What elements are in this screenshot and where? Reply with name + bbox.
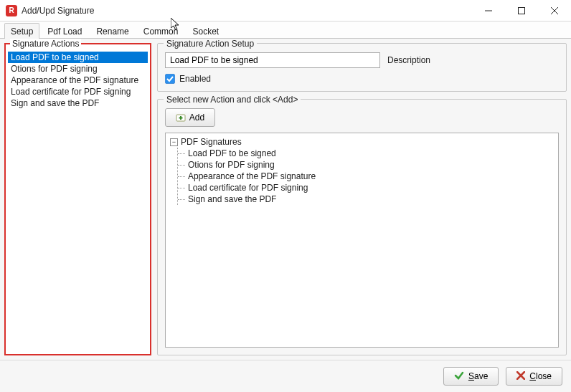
- tree-collapse-icon[interactable]: −: [170, 138, 178, 146]
- svg-rect-0: [519, 7, 525, 14]
- tab-pdf-load[interactable]: Pdf Load: [41, 23, 88, 39]
- signature-actions-list[interactable]: Load PDF to be signed Otions for PDF sig…: [8, 52, 148, 109]
- tab-label: Setup: [11, 27, 33, 37]
- tab-socket[interactable]: Socket: [186, 23, 225, 39]
- add-button-label: Add: [189, 113, 204, 123]
- tree-children: Load PDF to be signed Otions for PDF sig…: [177, 148, 554, 205]
- maximize-button[interactable]: [505, 0, 538, 21]
- tree-item-label: Appearance of the PDF signature: [188, 171, 316, 181]
- tab-label: Socket: [192, 27, 219, 37]
- tab-label: Rename: [96, 27, 128, 37]
- tab-rename[interactable]: Rename: [90, 23, 135, 39]
- tab-setup[interactable]: Setup: [4, 23, 39, 39]
- list-item[interactable]: Appearance of the PDF signature: [8, 75, 148, 86]
- tab-label: Common: [143, 27, 179, 37]
- window-title: Add/Upd Signature: [22, 6, 94, 16]
- tree-connector-icon: [178, 183, 188, 193]
- signature-actions-panel: Signature Actions Load PDF to be signed …: [4, 43, 151, 355]
- list-item[interactable]: Sign and save the PDF: [8, 97, 148, 109]
- close-window-button[interactable]: [538, 0, 571, 21]
- close-button-label: Close: [529, 371, 552, 381]
- group-label: Select new Action and click <Add>: [164, 95, 301, 105]
- tab-strip: Setup Pdf Load Rename Common Socket: [0, 21, 571, 39]
- tree-item-label: Otions for PDF signing: [188, 160, 275, 170]
- tree-item[interactable]: Load PDF to be signed: [178, 148, 554, 159]
- signature-action-setup-group: Signature Action Setup Description Enabl…: [157, 43, 567, 92]
- save-button[interactable]: Save: [443, 367, 499, 386]
- tree-item-label: Sign and save the PDF: [188, 194, 276, 204]
- minimize-button[interactable]: [472, 0, 505, 21]
- tree-item[interactable]: Appearance of the PDF signature: [178, 171, 554, 182]
- tree-root-label: PDF Signatures: [181, 137, 242, 147]
- group-label: Signature Action Setup: [164, 39, 257, 49]
- tree-item[interactable]: Otions for PDF signing: [178, 159, 554, 171]
- add-button[interactable]: Add: [165, 108, 215, 127]
- add-plus-icon: [176, 113, 186, 123]
- tree-connector-icon: [178, 148, 188, 158]
- tree-connector-icon: [178, 160, 188, 170]
- checkbox-checked-icon[interactable]: [165, 74, 175, 84]
- action-name-input[interactable]: [165, 52, 380, 68]
- enabled-checkbox-row[interactable]: Enabled: [165, 74, 559, 84]
- tree-connector-icon: [178, 194, 188, 204]
- check-icon: [454, 371, 464, 383]
- save-button-label: Save: [468, 371, 488, 381]
- close-button[interactable]: Close: [506, 367, 562, 386]
- tree-item[interactable]: Sign and save the PDF: [178, 193, 554, 205]
- right-panel: Signature Action Setup Description Enabl…: [157, 43, 567, 355]
- list-item[interactable]: Load certificate for PDF signing: [8, 86, 148, 97]
- signature-actions-title: Signature Actions: [10, 39, 81, 49]
- description-label: Description: [387, 55, 430, 65]
- action-tree[interactable]: − PDF Signatures Load PDF to be signed O…: [165, 133, 559, 348]
- list-item[interactable]: Otions for PDF signing: [8, 63, 148, 75]
- footer-bar: Save Close: [0, 360, 571, 392]
- tab-label: Pdf Load: [47, 27, 82, 37]
- tree-connector-icon: [178, 171, 188, 181]
- tree-root[interactable]: − PDF Signatures: [170, 136, 554, 148]
- title-bar: R Add/Upd Signature: [0, 0, 571, 21]
- tree-item-label: Load certificate for PDF signing: [188, 183, 308, 193]
- list-item[interactable]: Load PDF to be signed: [8, 52, 148, 63]
- tab-common[interactable]: Common: [137, 23, 185, 39]
- app-icon: R: [6, 5, 17, 16]
- select-new-action-group: Select new Action and click <Add> Add − …: [157, 99, 567, 355]
- tree-item[interactable]: Load certificate for PDF signing: [178, 182, 554, 193]
- enabled-label: Enabled: [179, 74, 211, 84]
- close-icon: [516, 371, 525, 382]
- tree-item-label: Load PDF to be signed: [188, 148, 276, 158]
- content-area: Signature Actions Load PDF to be signed …: [0, 39, 571, 360]
